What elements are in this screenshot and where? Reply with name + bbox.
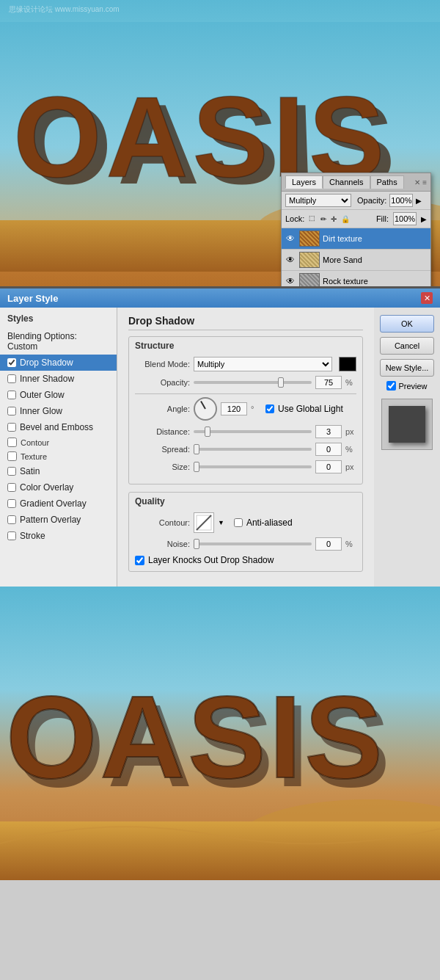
distance-field-label: Distance: — [135, 427, 190, 436]
noise-slider[interactable] — [194, 542, 312, 545]
opacity-label: Opacity: — [357, 196, 386, 205]
drop-shadow-checkbox[interactable] — [7, 358, 16, 367]
quality-content: Contour: ▼ Anti-aliased — [129, 509, 362, 571]
spread-field-label: Spread: — [135, 445, 190, 454]
right-buttons-panel: OK Cancel New Style... Preview — [374, 308, 440, 587]
stroke-label: Stroke — [20, 531, 45, 541]
pattern-overlay-checkbox[interactable] — [7, 515, 16, 524]
opacity-field-label: Opacity: — [135, 378, 190, 387]
fill-input[interactable] — [393, 212, 417, 225]
contour-dropdown[interactable] — [194, 512, 214, 533]
tab-paths[interactable]: Paths — [370, 175, 404, 189]
layer-item-rock[interactable]: 👁 Rock texture — [282, 271, 430, 286]
anti-aliased-checkbox[interactable] — [234, 518, 243, 527]
distance-field-row: Distance: px — [135, 425, 356, 438]
style-item-inner-shadow[interactable]: Inner Shadow — [0, 371, 117, 387]
style-item-bevel-emboss[interactable]: Bevel and Emboss — [0, 419, 117, 435]
bevel-emboss-checkbox[interactable] — [7, 423, 16, 432]
size-slider-container — [194, 465, 312, 468]
noise-value-input[interactable] — [315, 537, 342, 551]
texture-checkbox[interactable] — [7, 451, 17, 461]
preview-checkbox[interactable] — [386, 381, 396, 391]
size-value-input[interactable] — [315, 460, 342, 473]
fill-expand-icon[interactable]: ▶ — [421, 215, 427, 223]
blending-options-label: Blending Options: Custom — [7, 331, 109, 352]
svg-text:OASIS: OASIS — [6, 671, 386, 802]
drop-shadow-label: Drop Shadow — [20, 357, 73, 368]
dialog-close-button[interactable]: ✕ — [421, 292, 433, 304]
cancel-button[interactable]: Cancel — [380, 337, 434, 355]
stroke-checkbox[interactable] — [7, 531, 16, 540]
new-style-button[interactable]: New Style... — [380, 359, 434, 377]
inner-glow-checkbox[interactable] — [7, 407, 16, 415]
layers-tabs[interactable]: Layers Channels Paths — [285, 175, 404, 189]
layer-item-sand[interactable]: 👁 More Sand — [282, 250, 430, 271]
layers-blend-row: Multiply Opacity: ▶ — [282, 192, 430, 210]
dialog-titlebar: Layer Style ✕ — [0, 288, 440, 308]
gradient-overlay-label: Gradient Overlay — [20, 498, 87, 509]
spread-value-input[interactable] — [315, 443, 342, 456]
layer-name-dirt: Dirt texture — [323, 234, 428, 243]
opacity-unit: % — [345, 378, 356, 387]
preview-box — [381, 399, 433, 450]
layer-visibility-rock[interactable]: 👁 — [285, 275, 296, 286]
style-item-gradient-overlay[interactable]: Gradient Overlay — [0, 496, 117, 512]
size-slider[interactable] — [194, 465, 312, 468]
style-item-stroke[interactable]: Stroke — [0, 528, 117, 544]
ok-button[interactable]: OK — [380, 315, 434, 333]
gradient-overlay-checkbox[interactable] — [7, 499, 16, 508]
spread-slider[interactable] — [194, 448, 312, 451]
use-global-light-label: Use Global Light — [278, 404, 343, 414]
opacity-value-input[interactable] — [315, 376, 342, 389]
noise-unit: % — [345, 540, 356, 548]
angle-dial[interactable] — [194, 397, 217, 421]
layer-visibility-sand[interactable]: 👁 — [285, 254, 296, 266]
style-item-outer-glow[interactable]: Outer Glow — [0, 387, 117, 403]
structure-content: Blend Mode: Multiply Opacity: % — [129, 353, 362, 484]
satin-checkbox[interactable] — [7, 467, 16, 476]
style-item-pattern-overlay[interactable]: Pattern Overlay — [0, 512, 117, 528]
shadow-color-swatch[interactable] — [339, 357, 356, 371]
content-section-title: Drop Shadow — [128, 315, 363, 330]
dialog-title: Layer Style — [7, 293, 58, 304]
tab-channels[interactable]: Channels — [323, 175, 370, 189]
preview-label: Preview — [380, 381, 434, 391]
angle-value-input[interactable] — [221, 402, 247, 415]
outer-glow-checkbox[interactable] — [7, 391, 16, 399]
oasis-3d-text-bottom: OASIS OASIS OASIS OASIS — [0, 587, 440, 880]
layer-visibility-dirt[interactable]: 👁 — [285, 233, 296, 244]
contour-checkbox[interactable] — [7, 438, 17, 447]
color-overlay-checkbox[interactable] — [7, 483, 16, 492]
lock-pixels-icon[interactable]: ✏ — [320, 215, 326, 223]
style-item-color-overlay[interactable]: Color Overlay — [0, 479, 117, 496]
inner-shadow-checkbox[interactable] — [7, 374, 16, 383]
use-global-light-row: Use Global Light — [265, 404, 343, 414]
style-item-contour[interactable]: Contour — [0, 435, 117, 449]
layers-panel-close[interactable]: ✕ ≡ — [414, 178, 427, 186]
distance-value-input[interactable] — [315, 425, 342, 438]
use-global-light-checkbox[interactable] — [265, 404, 274, 413]
lock-move-icon[interactable]: ✛ — [331, 215, 337, 223]
blend-mode-field-select[interactable]: Multiply — [194, 357, 332, 371]
blend-mode-select[interactable]: Multiply — [285, 194, 351, 207]
lock-all-icon[interactable]: 🔒 — [341, 215, 350, 223]
opacity-input[interactable] — [389, 194, 413, 207]
style-item-blending[interactable]: Blending Options: Custom — [0, 328, 117, 355]
tab-layers[interactable]: Layers — [285, 175, 323, 189]
distance-slider[interactable] — [194, 430, 312, 433]
lock-transparent-icon[interactable]: ⬚ — [309, 214, 316, 223]
layer-knocks-checkbox[interactable] — [135, 556, 144, 565]
bevel-emboss-label: Bevel and Emboss — [20, 422, 93, 432]
style-item-texture[interactable]: Texture — [0, 449, 117, 463]
expand-icon[interactable]: ▶ — [416, 197, 422, 205]
contour-arrow[interactable]: ▼ — [218, 519, 224, 526]
style-item-inner-glow[interactable]: Inner Glow — [0, 403, 117, 419]
preview-text: Preview — [398, 382, 427, 391]
layer-item-dirt[interactable]: 👁 Dirt texture — [282, 228, 430, 250]
style-item-drop-shadow[interactable]: Drop Shadow — [0, 355, 117, 371]
style-item-satin[interactable]: Satin — [0, 463, 117, 479]
color-overlay-label: Color Overlay — [20, 482, 73, 493]
opacity-slider[interactable] — [194, 381, 312, 384]
layer-knocks-row: Layer Knocks Out Drop Shadow — [135, 555, 356, 565]
size-field-row: Size: px — [135, 460, 356, 473]
